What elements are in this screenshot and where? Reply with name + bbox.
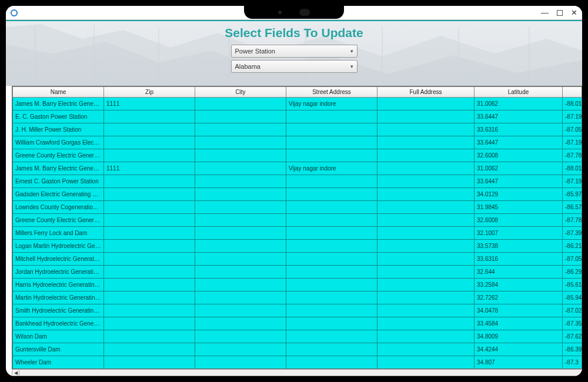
cell-lat[interactable]: 33.6316: [475, 253, 563, 266]
cell-zip[interactable]: [104, 149, 195, 162]
cell-city[interactable]: [195, 136, 286, 149]
table-row[interactable]: Greene County Electric Generatin…32.6008…: [13, 149, 583, 162]
cell-name[interactable]: William Crawford Gorgas Electric G…: [13, 136, 104, 149]
cell-lat[interactable]: 33.6316: [475, 123, 563, 136]
cell-lat[interactable]: 33.4584: [475, 317, 563, 330]
cell-zip[interactable]: [104, 304, 195, 317]
cell-ext[interactable]: -87.199: [563, 110, 583, 123]
cell-name[interactable]: Smith Hydroelectric Generating Plant: [13, 304, 104, 317]
cell-name[interactable]: Gadsden Electric Generating Plant: [13, 188, 104, 201]
cell-lat[interactable]: 34.0478: [475, 304, 563, 317]
cell-full[interactable]: [377, 356, 475, 369]
scroll-left-arrow-icon[interactable]: ◀: [12, 370, 19, 376]
cell-name[interactable]: Guntersville Dam: [13, 343, 104, 356]
cell-ext[interactable]: -87.3: [563, 356, 583, 369]
cell-lat[interactable]: 34.8009: [475, 330, 563, 343]
cell-full[interactable]: [377, 317, 475, 330]
cell-street[interactable]: [286, 110, 377, 123]
cell-street[interactable]: [286, 304, 377, 317]
cell-full[interactable]: [377, 123, 475, 136]
cell-street[interactable]: [286, 291, 377, 304]
cell-name[interactable]: J. H. Miller Power Station: [13, 123, 104, 136]
cell-zip[interactable]: [104, 214, 195, 227]
cell-zip[interactable]: [104, 227, 195, 240]
table-row[interactable]: Martin Hydroelectric Generating Pl…32.72…: [13, 291, 583, 304]
cell-lat[interactable]: 34.807: [475, 356, 563, 369]
cell-ext[interactable]: -87.6259: [563, 330, 583, 343]
cell-name[interactable]: Lowndes County Cogeneration Fa…: [13, 201, 104, 214]
cell-zip[interactable]: [104, 253, 195, 266]
cell-full[interactable]: [377, 110, 475, 123]
table-row[interactable]: Wilson Dam34.8009-87.6259: [13, 330, 583, 343]
cell-city[interactable]: [195, 356, 286, 369]
cell-zip[interactable]: [104, 110, 195, 123]
cell-street[interactable]: [286, 123, 377, 136]
col-header-full[interactable]: Full Address: [377, 87, 475, 98]
category-dropdown[interactable]: Power Station ▾: [231, 45, 358, 58]
cell-city[interactable]: [195, 240, 286, 253]
cell-lat[interactable]: 34.4244: [475, 343, 563, 356]
cell-full[interactable]: [377, 175, 475, 188]
table-row[interactable]: Ernest C. Gaston Power Station33.6447-87…: [13, 175, 583, 188]
cell-full[interactable]: [377, 188, 475, 201]
cell-city[interactable]: [195, 279, 286, 291]
col-header-extra[interactable]: [563, 87, 583, 98]
cell-street[interactable]: [286, 188, 377, 201]
cell-zip[interactable]: [104, 343, 195, 356]
cell-name[interactable]: Greene County Electric Generatin…: [13, 149, 104, 162]
cell-city[interactable]: [195, 227, 286, 240]
table-row[interactable]: James M. Barry Electric Generatin…1111Vi…: [13, 162, 583, 175]
cell-name[interactable]: Jordan Hydroelectric Generating P…: [13, 266, 104, 279]
cell-city[interactable]: [195, 343, 286, 356]
cell-full[interactable]: [377, 136, 475, 149]
cell-street[interactable]: [286, 279, 377, 291]
cell-street[interactable]: [286, 149, 377, 162]
table-row[interactable]: Harris Hydroelectric Generating Plant33.…: [13, 279, 583, 291]
cell-full[interactable]: [377, 343, 475, 356]
cell-city[interactable]: [195, 123, 286, 136]
cell-full[interactable]: [377, 266, 475, 279]
cell-ext[interactable]: -86.5713: [563, 201, 583, 214]
cell-city[interactable]: [195, 149, 286, 162]
cell-zip[interactable]: 1111: [104, 162, 195, 175]
cell-ext[interactable]: -87.0246: [563, 304, 583, 317]
cell-name[interactable]: Mitchell Hydroelectric Generating …: [13, 253, 104, 266]
cell-city[interactable]: [195, 98, 286, 110]
cell-ext[interactable]: -87.0582: [563, 253, 583, 266]
table-row[interactable]: Guntersville Dam34.4244-86.3922: [13, 343, 583, 356]
cell-city[interactable]: [195, 291, 286, 304]
cell-ext[interactable]: -87.7846: [563, 149, 583, 162]
cell-zip[interactable]: [104, 188, 195, 201]
cell-full[interactable]: [377, 98, 475, 110]
table-row[interactable]: J. H. Miller Power Station33.6316-87.058…: [13, 123, 583, 136]
cell-ext[interactable]: -88.0113: [563, 162, 583, 175]
close-button[interactable]: ✕: [571, 9, 577, 16]
cell-zip[interactable]: [104, 175, 195, 188]
cell-zip[interactable]: [104, 123, 195, 136]
cell-full[interactable]: [377, 240, 475, 253]
cell-full[interactable]: [377, 162, 475, 175]
cell-ext[interactable]: -86.2996: [563, 266, 583, 279]
cell-lat[interactable]: 32.1007: [475, 227, 563, 240]
table-row[interactable]: James M. Barry Electric Generatin…1111Vi…: [13, 98, 583, 110]
cell-ext[interactable]: -87.3989: [563, 227, 583, 240]
horizontal-scrollbar[interactable]: ◀: [12, 369, 582, 376]
cell-zip[interactable]: [104, 279, 195, 291]
cell-lat[interactable]: 33.6447: [475, 175, 563, 188]
col-header-name[interactable]: Name: [13, 87, 104, 98]
cell-ext[interactable]: -87.199: [563, 136, 583, 149]
cell-street[interactable]: Vijay nagar indore: [286, 162, 377, 175]
cell-ext[interactable]: -87.0582: [563, 123, 583, 136]
col-header-street[interactable]: Street Address: [286, 87, 377, 98]
cell-lat[interactable]: 32.7262: [475, 291, 563, 304]
cell-city[interactable]: [195, 162, 286, 175]
cell-ext[interactable]: -85.9706: [563, 188, 583, 201]
data-table-container[interactable]: Name Zip City Street Address Full Addres…: [12, 86, 582, 369]
table-row[interactable]: William Crawford Gorgas Electric G…33.64…: [13, 136, 583, 149]
cell-city[interactable]: [195, 201, 286, 214]
cell-zip[interactable]: [104, 136, 195, 149]
cell-name[interactable]: Greene County Electric Generatin…: [13, 214, 104, 227]
cell-zip[interactable]: [104, 330, 195, 343]
cell-name[interactable]: Millers Ferry Lock and Dam: [13, 227, 104, 240]
cell-name[interactable]: James M. Barry Electric Generatin…: [13, 98, 104, 110]
